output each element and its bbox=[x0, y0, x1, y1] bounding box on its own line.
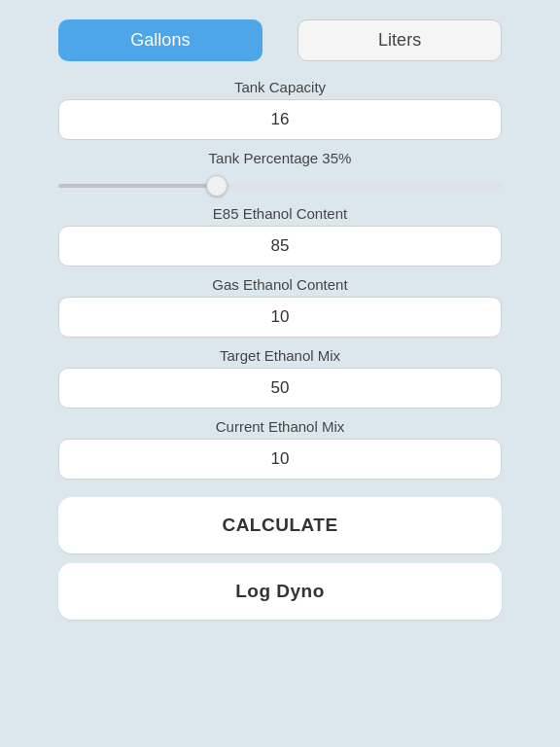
tank-capacity-label: Tank Capacity bbox=[58, 79, 502, 95]
tank-capacity-group: Tank Capacity bbox=[58, 79, 502, 140]
unit-toggle: Gallons Liters bbox=[58, 19, 502, 61]
current-ethanol-group: Current Ethanol Mix bbox=[58, 418, 502, 480]
current-ethanol-label: Current Ethanol Mix bbox=[58, 418, 502, 435]
calculate-button[interactable]: CALCULATE bbox=[58, 497, 502, 553]
e85-ethanol-label: E85 Ethanol Content bbox=[58, 205, 502, 222]
current-ethanol-input[interactable] bbox=[58, 439, 502, 480]
target-ethanol-input[interactable] bbox=[58, 368, 502, 409]
gas-ethanol-group: Gas Ethanol Content bbox=[58, 276, 502, 338]
gas-ethanol-input[interactable] bbox=[58, 297, 502, 338]
log-dyno-button[interactable]: Log Dyno bbox=[58, 563, 502, 620]
tank-capacity-input[interactable] bbox=[58, 99, 502, 140]
tank-percentage-slider-container bbox=[58, 170, 502, 196]
e85-ethanol-group: E85 Ethanol Content bbox=[58, 205, 502, 267]
tank-percentage-label: Tank Percentage 35% bbox=[58, 150, 502, 166]
tank-percentage-group: Tank Percentage 35% bbox=[58, 150, 502, 196]
e85-ethanol-input[interactable] bbox=[58, 226, 502, 267]
target-ethanol-group: Target Ethanol Mix bbox=[58, 347, 502, 409]
target-ethanol-label: Target Ethanol Mix bbox=[58, 347, 502, 364]
liters-button[interactable]: Liters bbox=[298, 19, 502, 61]
action-section: CALCULATE Log Dyno bbox=[58, 497, 502, 629]
tank-percentage-slider[interactable] bbox=[58, 184, 502, 188]
gallons-button[interactable]: Gallons bbox=[58, 19, 262, 61]
gas-ethanol-label: Gas Ethanol Content bbox=[58, 276, 502, 293]
